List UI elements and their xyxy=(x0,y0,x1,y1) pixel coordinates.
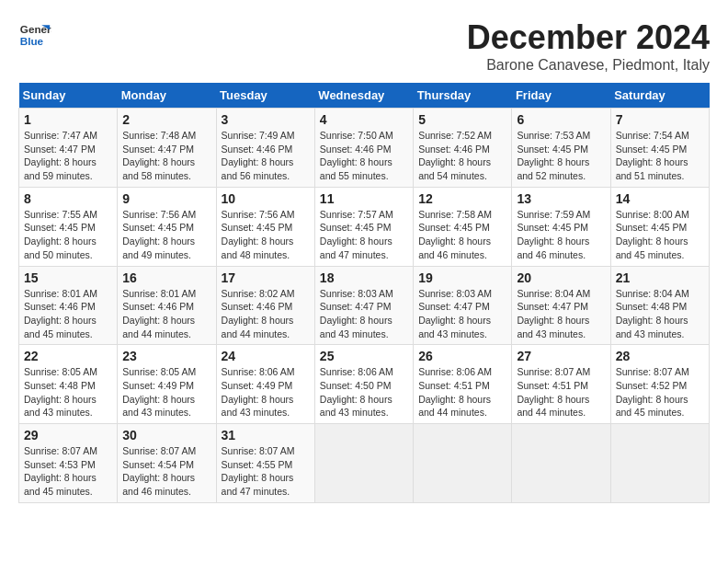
day-info: Sunrise: 7:52 AMSunset: 4:46 PMDaylight:… xyxy=(418,129,506,183)
day-number: 25 xyxy=(320,349,408,363)
day-number: 4 xyxy=(320,112,408,127)
calendar-cell: 2Sunrise: 7:48 AMSunset: 4:47 PMDaylight… xyxy=(118,109,216,188)
day-info: Sunrise: 8:07 AMSunset: 4:52 PMDaylight:… xyxy=(616,365,704,419)
calendar-cell: 22Sunrise: 8:05 AMSunset: 4:48 PMDayligh… xyxy=(19,345,118,424)
day-number: 14 xyxy=(616,191,704,206)
calendar-cell: 31Sunrise: 8:07 AMSunset: 4:55 PMDayligh… xyxy=(216,424,314,503)
day-number: 22 xyxy=(24,349,112,363)
calendar-cell: 30Sunrise: 8:07 AMSunset: 4:54 PMDayligh… xyxy=(118,424,216,503)
calendar-cell: 10Sunrise: 7:56 AMSunset: 4:45 PMDayligh… xyxy=(216,187,314,266)
day-info: Sunrise: 8:05 AMSunset: 4:48 PMDaylight:… xyxy=(24,365,112,419)
day-info: Sunrise: 7:58 AMSunset: 4:45 PMDaylight:… xyxy=(418,208,506,262)
day-number: 28 xyxy=(616,349,704,363)
calendar-cell: 14Sunrise: 8:00 AMSunset: 4:45 PMDayligh… xyxy=(610,187,709,266)
day-info: Sunrise: 8:06 AMSunset: 4:50 PMDaylight:… xyxy=(320,365,408,419)
day-number: 10 xyxy=(222,191,310,206)
day-number: 26 xyxy=(418,349,506,363)
subtitle: Barone Canavese, Piedmont, Italy xyxy=(467,57,710,74)
day-header-sunday: Sunday xyxy=(19,83,118,109)
calendar-cell: 20Sunrise: 8:04 AMSunset: 4:47 PMDayligh… xyxy=(512,266,610,345)
day-info: Sunrise: 7:48 AMSunset: 4:47 PMDaylight:… xyxy=(122,129,210,183)
day-number: 7 xyxy=(616,112,704,127)
calendar-cell: 9Sunrise: 7:56 AMSunset: 4:45 PMDaylight… xyxy=(118,187,216,266)
day-number: 3 xyxy=(222,112,310,127)
calendar-cell: 11Sunrise: 7:57 AMSunset: 4:45 PMDayligh… xyxy=(314,187,413,266)
calendar-week-3: 15Sunrise: 8:01 AMSunset: 4:46 PMDayligh… xyxy=(19,266,710,345)
day-number: 2 xyxy=(122,112,210,127)
calendar-cell: 28Sunrise: 8:07 AMSunset: 4:52 PMDayligh… xyxy=(610,345,709,424)
calendar-cell xyxy=(414,424,512,503)
calendar-cell: 8Sunrise: 7:55 AMSunset: 4:45 PMDaylight… xyxy=(19,187,118,266)
calendar-cell: 12Sunrise: 7:58 AMSunset: 4:45 PMDayligh… xyxy=(414,187,512,266)
day-info: Sunrise: 8:07 AMSunset: 4:55 PMDaylight:… xyxy=(222,444,310,499)
day-header-monday: Monday xyxy=(118,83,216,109)
day-info: Sunrise: 7:53 AMSunset: 4:45 PMDaylight:… xyxy=(517,129,605,183)
day-header-wednesday: Wednesday xyxy=(314,83,413,109)
day-info: Sunrise: 7:47 AMSunset: 4:47 PMDaylight:… xyxy=(24,129,112,183)
calendar-week-2: 8Sunrise: 7:55 AMSunset: 4:45 PMDaylight… xyxy=(19,187,710,266)
day-number: 27 xyxy=(517,349,605,363)
day-number: 6 xyxy=(517,112,605,127)
logo-icon: General Blue xyxy=(18,18,51,52)
calendar-cell: 17Sunrise: 8:02 AMSunset: 4:46 PMDayligh… xyxy=(216,266,314,345)
day-number: 31 xyxy=(222,428,310,442)
calendar-cell xyxy=(610,424,709,503)
header-row: SundayMondayTuesdayWednesdayThursdayFrid… xyxy=(19,83,710,109)
calendar-cell: 3Sunrise: 7:49 AMSunset: 4:46 PMDaylight… xyxy=(216,109,314,188)
day-info: Sunrise: 8:01 AMSunset: 4:46 PMDaylight:… xyxy=(24,287,112,341)
day-number: 18 xyxy=(320,270,408,285)
svg-text:General: General xyxy=(20,23,51,35)
calendar-cell: 24Sunrise: 8:06 AMSunset: 4:49 PMDayligh… xyxy=(216,345,314,424)
day-number: 20 xyxy=(517,270,605,285)
day-info: Sunrise: 8:06 AMSunset: 4:51 PMDaylight:… xyxy=(418,365,506,419)
day-info: Sunrise: 7:57 AMSunset: 4:45 PMDaylight:… xyxy=(320,208,408,262)
calendar-cell: 19Sunrise: 8:03 AMSunset: 4:47 PMDayligh… xyxy=(414,266,512,345)
calendar-cell: 7Sunrise: 7:54 AMSunset: 4:45 PMDaylight… xyxy=(610,109,709,188)
day-info: Sunrise: 8:07 AMSunset: 4:53 PMDaylight:… xyxy=(24,444,112,499)
calendar-week-5: 29Sunrise: 8:07 AMSunset: 4:53 PMDayligh… xyxy=(19,424,710,503)
day-info: Sunrise: 8:03 AMSunset: 4:47 PMDaylight:… xyxy=(418,287,506,341)
day-number: 9 xyxy=(122,191,210,206)
calendar-cell xyxy=(512,424,610,503)
day-info: Sunrise: 7:49 AMSunset: 4:46 PMDaylight:… xyxy=(222,129,310,183)
day-number: 23 xyxy=(122,349,210,363)
day-info: Sunrise: 8:03 AMSunset: 4:47 PMDaylight:… xyxy=(320,287,408,341)
day-info: Sunrise: 8:01 AMSunset: 4:46 PMDaylight:… xyxy=(122,287,210,341)
day-number: 5 xyxy=(418,112,506,127)
calendar-cell: 15Sunrise: 8:01 AMSunset: 4:46 PMDayligh… xyxy=(19,266,118,345)
calendar-week-4: 22Sunrise: 8:05 AMSunset: 4:48 PMDayligh… xyxy=(19,345,710,424)
day-info: Sunrise: 8:06 AMSunset: 4:49 PMDaylight:… xyxy=(222,365,310,419)
day-number: 8 xyxy=(24,191,112,206)
calendar-cell: 13Sunrise: 7:59 AMSunset: 4:45 PMDayligh… xyxy=(512,187,610,266)
logo: General Blue xyxy=(18,18,51,52)
day-number: 11 xyxy=(320,191,408,206)
header: General Blue December 2024 Barone Canave… xyxy=(18,18,710,74)
day-header-friday: Friday xyxy=(512,83,610,109)
day-info: Sunrise: 8:05 AMSunset: 4:49 PMDaylight:… xyxy=(122,365,210,419)
calendar-cell: 21Sunrise: 8:04 AMSunset: 4:48 PMDayligh… xyxy=(610,266,709,345)
calendar-week-1: 1Sunrise: 7:47 AMSunset: 4:47 PMDaylight… xyxy=(19,109,710,188)
day-info: Sunrise: 8:07 AMSunset: 4:51 PMDaylight:… xyxy=(517,365,605,419)
day-info: Sunrise: 7:55 AMSunset: 4:45 PMDaylight:… xyxy=(24,208,112,262)
day-info: Sunrise: 7:59 AMSunset: 4:45 PMDaylight:… xyxy=(517,208,605,262)
day-number: 21 xyxy=(616,270,704,285)
day-header-saturday: Saturday xyxy=(610,83,709,109)
day-info: Sunrise: 7:54 AMSunset: 4:45 PMDaylight:… xyxy=(616,129,704,183)
calendar-table: SundayMondayTuesdayWednesdayThursdayFrid… xyxy=(18,83,710,503)
calendar-cell xyxy=(314,424,413,503)
calendar-cell: 26Sunrise: 8:06 AMSunset: 4:51 PMDayligh… xyxy=(414,345,512,424)
day-info: Sunrise: 8:04 AMSunset: 4:48 PMDaylight:… xyxy=(616,287,704,341)
day-number: 19 xyxy=(418,270,506,285)
day-info: Sunrise: 8:00 AMSunset: 4:45 PMDaylight:… xyxy=(616,208,704,262)
title-area: December 2024 Barone Canavese, Piedmont,… xyxy=(467,18,710,74)
calendar-cell: 18Sunrise: 8:03 AMSunset: 4:47 PMDayligh… xyxy=(314,266,413,345)
calendar-cell: 1Sunrise: 7:47 AMSunset: 4:47 PMDaylight… xyxy=(19,109,118,188)
day-number: 30 xyxy=(122,428,210,442)
day-info: Sunrise: 7:56 AMSunset: 4:45 PMDaylight:… xyxy=(222,208,310,262)
day-info: Sunrise: 8:04 AMSunset: 4:47 PMDaylight:… xyxy=(517,287,605,341)
day-number: 13 xyxy=(517,191,605,206)
day-number: 16 xyxy=(122,270,210,285)
calendar-cell: 4Sunrise: 7:50 AMSunset: 4:46 PMDaylight… xyxy=(314,109,413,188)
calendar-cell: 29Sunrise: 8:07 AMSunset: 4:53 PMDayligh… xyxy=(19,424,118,503)
day-number: 29 xyxy=(24,428,112,442)
